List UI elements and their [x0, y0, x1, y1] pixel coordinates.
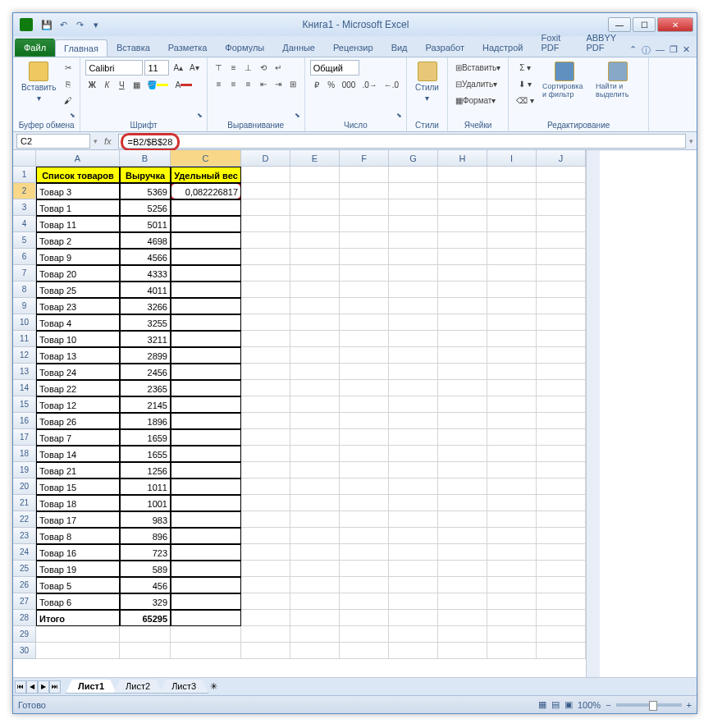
find-select-button[interactable]: Найти и выделить: [592, 60, 643, 101]
row-header[interactable]: 25: [13, 561, 36, 577]
maximize-button[interactable]: ☐: [633, 17, 656, 32]
expand-formula-icon[interactable]: ▾: [689, 137, 693, 145]
clear-icon[interactable]: ⌫ ▾: [514, 93, 537, 108]
tab-file[interactable]: Файл: [15, 39, 55, 57]
tab-review[interactable]: Рецензир: [324, 39, 382, 57]
sort-filter-button[interactable]: Сортировка и фильтр: [539, 60, 590, 101]
col-header-J[interactable]: J: [537, 150, 586, 167]
row-header[interactable]: 19: [13, 462, 36, 478]
close-button[interactable]: ✕: [657, 17, 693, 32]
row-header[interactable]: 9: [13, 298, 36, 314]
fx-icon[interactable]: fx: [101, 136, 115, 146]
row-header[interactable]: 24: [13, 544, 36, 561]
inc-decimal-icon[interactable]: .0→: [359, 77, 379, 92]
active-cell[interactable]: 0,082226817: [171, 183, 241, 199]
orientation-icon[interactable]: ⟲: [257, 60, 270, 75]
paste-button[interactable]: Вставить ▾: [18, 60, 59, 104]
row-header[interactable]: 10: [13, 314, 36, 331]
row-header[interactable]: 27: [13, 593, 36, 610]
col-header-D[interactable]: D: [241, 150, 290, 167]
fill-color-icon[interactable]: 🪣: [144, 77, 171, 92]
dec-decimal-icon[interactable]: ←.0: [382, 77, 401, 92]
formula-bar[interactable]: =B2/$B$28: [118, 134, 686, 149]
align-center-icon[interactable]: ≡: [227, 76, 240, 91]
row-header[interactable]: 2: [13, 183, 36, 199]
tab-insert[interactable]: Вставка: [107, 39, 159, 57]
sheet-tab-3[interactable]: Лист3: [159, 680, 208, 694]
vertical-scrollbar[interactable]: [586, 150, 600, 677]
col-header-H[interactable]: H: [438, 150, 487, 167]
row-header[interactable]: 21: [13, 495, 36, 511]
row-header[interactable]: 14: [13, 380, 36, 396]
row-header[interactable]: 20: [13, 478, 36, 495]
tab-abbyy[interactable]: ABBYY PDF: [577, 29, 629, 57]
styles-button[interactable]: Стили ▾: [412, 60, 442, 104]
italic-button[interactable]: К: [100, 77, 113, 92]
bold-button[interactable]: Ж: [85, 77, 98, 92]
redo-icon[interactable]: ↷: [72, 17, 87, 32]
help-icon[interactable]: ⓘ: [642, 44, 651, 57]
zoom-in-icon[interactable]: +: [687, 700, 692, 710]
tab-formulas[interactable]: Формулы: [216, 39, 273, 57]
row-header[interactable]: 26: [13, 577, 36, 593]
row-header[interactable]: 3: [13, 199, 36, 216]
row-header[interactable]: 7: [13, 265, 36, 282]
indent-inc-icon[interactable]: ⇥: [272, 76, 285, 91]
view-normal-icon[interactable]: ▦: [538, 699, 546, 710]
copy-icon[interactable]: ⎘: [62, 76, 75, 91]
align-bottom-icon[interactable]: ⊥: [242, 60, 255, 75]
undo-icon[interactable]: ↶: [56, 17, 71, 32]
align-middle-icon[interactable]: ≡: [227, 60, 240, 75]
align-left-icon[interactable]: ≡: [213, 76, 226, 91]
next-sheet-icon[interactable]: ▶: [38, 680, 49, 694]
col-header-C[interactable]: C: [171, 150, 241, 167]
worksheet-grid[interactable]: ABCDEFGHIJ1Список товаровВыручкаУдельный…: [13, 150, 586, 677]
tab-data[interactable]: Данные: [273, 39, 324, 57]
tab-home[interactable]: Главная: [55, 39, 107, 57]
grow-font-icon[interactable]: A▴: [171, 61, 185, 76]
number-launcher-icon[interactable]: ⬊: [396, 112, 404, 120]
font-launcher-icon[interactable]: ⬊: [197, 112, 205, 120]
shrink-font-icon[interactable]: A▾: [187, 61, 202, 76]
row-header[interactable]: 23: [13, 528, 36, 544]
font-name-select[interactable]: Calibri: [85, 60, 143, 76]
format-painter-icon[interactable]: 🖌: [62, 93, 75, 108]
col-header-E[interactable]: E: [290, 150, 340, 167]
font-color-icon[interactable]: A: [172, 77, 194, 92]
comma-icon[interactable]: 000: [340, 77, 359, 92]
row-header[interactable]: 12: [13, 347, 36, 364]
sheet-tab-1[interactable]: Лист1: [66, 680, 117, 694]
prev-sheet-icon[interactable]: ◀: [26, 680, 38, 694]
row-header[interactable]: 18: [13, 446, 36, 462]
row-header[interactable]: 22: [13, 511, 36, 528]
tab-foxit[interactable]: Foxit PDF: [532, 29, 577, 57]
currency-icon[interactable]: ₽: [310, 77, 323, 92]
merge-icon[interactable]: ⊞: [286, 76, 299, 91]
format-cells-button[interactable]: ▦ Формат ▾: [453, 93, 499, 108]
indent-dec-icon[interactable]: ⇤: [257, 76, 270, 91]
alignment-launcher-icon[interactable]: ⬊: [295, 112, 303, 120]
autosum-icon[interactable]: Σ ▾: [514, 60, 537, 75]
number-format-select[interactable]: Общий: [310, 60, 359, 76]
row-header[interactable]: 6: [13, 249, 36, 265]
excel-icon[interactable]: [20, 18, 33, 31]
row-header[interactable]: 8: [13, 282, 36, 298]
qat-more-icon[interactable]: ▾: [89, 17, 103, 32]
clipboard-launcher-icon[interactable]: ⬊: [70, 112, 78, 120]
first-sheet-icon[interactable]: ⏮: [15, 680, 26, 694]
tab-developer[interactable]: Разработ: [417, 39, 473, 57]
percent-icon[interactable]: %: [325, 77, 338, 92]
row-header[interactable]: 13: [13, 364, 36, 380]
tab-layout[interactable]: Разметка: [159, 39, 217, 57]
row-header[interactable]: 5: [13, 232, 36, 249]
zoom-slider[interactable]: [616, 703, 682, 707]
minimize-ribbon-icon[interactable]: ⌃: [629, 44, 637, 57]
sheet-tab-2[interactable]: Лист2: [113, 680, 162, 694]
col-header-F[interactable]: F: [340, 150, 389, 167]
row-header[interactable]: 16: [13, 413, 36, 429]
col-header-I[interactable]: I: [487, 150, 537, 167]
row-header[interactable]: 15: [13, 396, 36, 413]
doc-close-icon[interactable]: ✕: [683, 44, 690, 57]
col-header-B[interactable]: B: [120, 150, 171, 167]
fill-icon[interactable]: ⬇ ▾: [514, 76, 537, 91]
